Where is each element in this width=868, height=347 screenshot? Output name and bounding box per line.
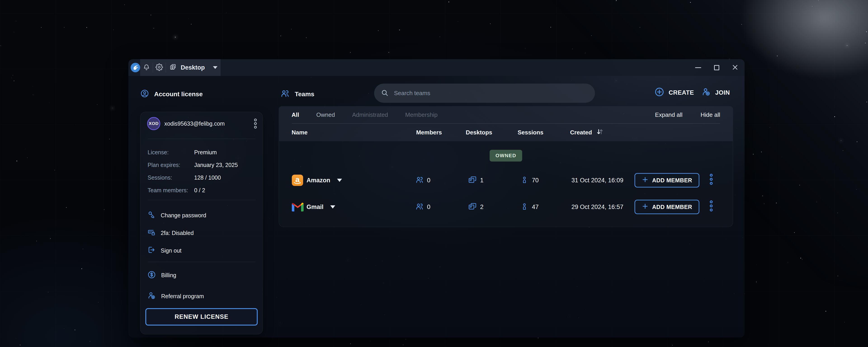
renew-license-button[interactable]: RENEW LICENSE — [145, 308, 258, 325]
users-icon — [280, 89, 290, 100]
teams-header: Teams — [280, 89, 314, 100]
settings-button[interactable] — [153, 59, 166, 76]
titlebar: Desktop — [128, 59, 745, 76]
kebab-icon — [710, 172, 713, 186]
gmail-logo — [292, 197, 304, 217]
members-count: 0 — [427, 203, 430, 211]
space-desktop-background: Desktop Account license — [0, 0, 868, 347]
add-member-button[interactable]: ADD MEMBER — [634, 200, 700, 214]
members-icon — [415, 202, 424, 212]
plan-expires-value: January 23, 2025 — [194, 162, 238, 168]
minimize-icon — [695, 67, 701, 68]
chevron-down-icon — [330, 206, 335, 209]
add-member-button[interactable]: ADD MEMBER — [634, 173, 700, 188]
column-desktops: Desktops — [456, 124, 502, 141]
sessions-cell: 47 — [521, 197, 539, 217]
members-cell: 0 — [415, 170, 430, 190]
license-label: License: — [148, 149, 194, 156]
hide-all-button[interactable]: Hide all — [701, 112, 720, 118]
gear-icon — [156, 63, 163, 72]
sort-arrows-icon — [596, 128, 604, 137]
2fa-label: 2fa: Disabled — [161, 230, 194, 236]
teams-title: Teams — [295, 91, 314, 98]
desktops-cell: 2 — [468, 197, 484, 217]
desktops-icon — [468, 202, 477, 212]
plan-expires-label: Plan expires: — [148, 162, 194, 168]
members-count: 0 — [427, 177, 430, 184]
plan-expires-row: Plan expires: January 23, 2025 — [148, 159, 255, 171]
created-date: 31 Oct 2024, 16:09 — [571, 177, 623, 184]
column-sessions: Sessions — [508, 124, 553, 141]
sessions-count: 70 — [532, 177, 539, 184]
team-name-dropdown[interactable]: Amazon — [307, 170, 342, 190]
license-value: Premium — [194, 149, 217, 156]
sign-out-link[interactable]: Sign out — [147, 242, 255, 259]
workspace-dropdown[interactable]: Desktop — [166, 59, 221, 76]
password-lock-icon — [147, 228, 156, 238]
minimize-button[interactable] — [694, 64, 702, 71]
divider — [148, 262, 255, 262]
sessions-label: Sessions: — [148, 175, 194, 181]
kebab-icon — [254, 118, 257, 129]
created-cell: 29 Oct 2024, 16:57 — [571, 197, 623, 217]
created-cell: 31 Oct 2024, 16:09 — [571, 170, 623, 190]
teams-tabs: All Owned Administrated Membership Expan… — [279, 106, 733, 123]
teams-search — [374, 84, 595, 103]
search-input[interactable] — [394, 90, 588, 97]
column-created-label: Created — [570, 129, 592, 136]
teams-panel-header: All Owned Administrated Membership Expan… — [279, 106, 733, 141]
teams-panel: All Owned Administrated Membership Expan… — [279, 106, 733, 227]
referral-program-link[interactable]: Referral program — [147, 286, 255, 307]
change-password-link[interactable]: Change password — [147, 207, 255, 224]
team-menu-button[interactable] — [710, 199, 713, 215]
team-members-label: Team members: — [148, 187, 194, 194]
account-email: xodis95633@felibg.com — [164, 120, 225, 127]
sessions-icon — [521, 203, 528, 211]
window-controls — [694, 59, 739, 76]
billing-link[interactable]: Billing — [147, 265, 255, 286]
tab-administrated[interactable]: Administrated — [352, 112, 388, 118]
team-members-row: Team members: 0 / 2 — [148, 184, 255, 196]
created-date: 29 Oct 2024, 16:57 — [571, 203, 623, 211]
account-menu-button[interactable] — [254, 118, 257, 129]
plus-icon — [642, 203, 649, 211]
2fa-link[interactable]: 2fa: Disabled — [147, 224, 255, 242]
column-members: Members — [406, 124, 452, 141]
dollar-circle-icon — [147, 270, 156, 281]
close-button[interactable] — [732, 64, 739, 71]
table-header: Name Members Desktops Sessions Created — [279, 124, 733, 141]
sign-out-label: Sign out — [161, 247, 182, 254]
members-icon — [415, 176, 424, 185]
close-icon — [732, 64, 739, 71]
team-members-value: 0 / 2 — [194, 187, 205, 194]
sessions-value: 128 / 1000 — [194, 175, 221, 181]
change-password-label: Change password — [161, 212, 206, 219]
create-team-button[interactable]: CREATE — [654, 85, 694, 100]
maximize-button[interactable] — [713, 64, 720, 71]
team-name-dropdown[interactable]: Gmail — [307, 197, 335, 217]
plus-circle-icon — [654, 87, 664, 99]
sessions-row: Sessions: 128 / 1000 — [148, 171, 255, 184]
license-row: License: Premium — [148, 146, 255, 159]
tab-owned[interactable]: Owned — [316, 112, 335, 118]
billing-label: Billing — [161, 272, 176, 279]
sessions-cell: 70 — [521, 170, 539, 190]
join-team-button[interactable]: JOIN — [701, 85, 730, 100]
plus-icon — [642, 176, 649, 184]
expand-all-button[interactable]: Expand all — [655, 112, 682, 118]
account-license-heading: Account license — [140, 89, 203, 99]
column-name: Name — [291, 124, 308, 141]
avatar: XOD — [147, 117, 160, 130]
tab-membership[interactable]: Membership — [405, 112, 438, 118]
account-card: XOD xodis95633@felibg.com License: Premi… — [140, 112, 263, 334]
team-menu-button[interactable] — [710, 172, 713, 188]
team-row-gmail: Gmail 0 2 — [279, 197, 733, 217]
sessions-count: 47 — [532, 203, 539, 211]
column-created-sort[interactable]: Created — [570, 124, 604, 141]
notifications-button[interactable] — [140, 59, 153, 76]
desktops-cell: 1 — [468, 170, 484, 190]
chevron-down-icon — [337, 179, 342, 182]
kebab-icon — [710, 199, 713, 213]
titlebar-segment: Desktop — [140, 59, 221, 76]
tab-all[interactable]: All — [291, 112, 299, 118]
